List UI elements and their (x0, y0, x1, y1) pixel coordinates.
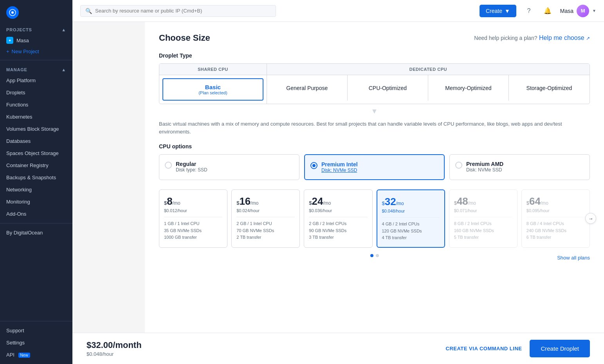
price-dollar-48: $ (454, 200, 457, 206)
sidebar-item-droplets[interactable]: Droplets (0, 86, 72, 99)
user-area[interactable]: Masa M ▼ (560, 5, 596, 17)
collapse-manage-icon[interactable]: ▲ (61, 67, 66, 72)
notifications-icon-button[interactable]: 🔔 (541, 5, 554, 17)
spec-64-1: 240 GB NVMe SSDs (526, 227, 585, 234)
price-per-mo-24: /mo (323, 200, 331, 206)
price-per-mo-48: /mo (468, 200, 476, 206)
spec-8-1: 35 GB NVMe SSDs (164, 227, 222, 234)
dropdown-icon: ▼ (505, 8, 510, 14)
sidebar: PROJECTS ▲ ✦ Masa + New Project MANAGE ▲… (0, 0, 72, 364)
sidebar-item-backups[interactable]: Backups & Snapshots (0, 171, 72, 184)
cpu-option-premium-amd[interactable]: Premium AMD Disk: NVMe SSD (449, 154, 590, 180)
caret-divider: ▼ (159, 107, 590, 115)
basic-tab[interactable]: Basic (Plan selected) (159, 75, 267, 104)
tab-memory-optimized[interactable]: Memory-Optimized (428, 75, 509, 101)
sidebar-item-monitoring[interactable]: Monitoring (0, 196, 72, 208)
sidebar-item-support[interactable]: Support (0, 324, 72, 337)
pagination-dot-2[interactable] (376, 254, 379, 257)
basic-tab-label: Basic (168, 84, 258, 90)
pricing-card-32[interactable]: $ 32 /mo $0.048/hour 4 GB / 2 Intel CPUs… (377, 189, 445, 248)
spec-24-1: 90 GB NVMe SSDs (309, 227, 367, 234)
choose-size-header: Choose Size Need help picking a plan? He… (159, 33, 590, 43)
pricing-card-8[interactable]: $ 8 /mo $0.012/hour 1 GB / 1 Intel CPU 3… (159, 189, 227, 248)
cpu-radio-regular (165, 162, 172, 169)
cpu-options-grid: Regular Disk type: SSD Premium Intel Dis… (159, 154, 590, 180)
pagination-dot-1[interactable] (370, 254, 373, 257)
cpu-premium-amd-name: Premium AMD (466, 161, 503, 167)
price-hourly-64: $0.095/hour (526, 208, 585, 213)
spec-8-0: 1 GB / 1 Intel CPU (164, 220, 222, 227)
bottom-price-main: $32.00/month (87, 340, 142, 350)
topnav: 🔍 Create ▼ ? 🔔 Masa M ▼ (72, 0, 604, 22)
pricing-card-24[interactable]: $ 24 /mo $0.036/hour 2 GB / 2 Intel CPUs… (304, 189, 372, 248)
search-input[interactable] (95, 8, 271, 14)
sidebar-item-volumes[interactable]: Volumes Block Storage (0, 123, 72, 135)
price-hourly-48: $0.071/hour (454, 208, 512, 213)
show-all-plans-link[interactable]: Show all plans (557, 255, 590, 261)
help-text-area: Need help picking a plan? Help me choose… (474, 34, 590, 41)
price-dollar-16: $ (236, 200, 239, 206)
sidebar-project-masa[interactable]: ✦ Masa (0, 34, 72, 46)
pricing-card-64[interactable]: $ 64 /mo $0.095/hour 8 GB / 4 Intel CPUs… (521, 189, 590, 248)
droplet-type-label: Droplet Type (159, 52, 590, 59)
pricing-card-48[interactable]: $ 48 /mo $0.071/hour 8 GB / 2 Intel CPUs… (449, 189, 517, 248)
spec-32-0: 4 GB / 2 Intel CPUs (382, 221, 440, 228)
dedicated-cpu-label: DEDICATED CPU (267, 64, 590, 75)
shared-cpu-label: SHARED CPU (159, 64, 267, 75)
sidebar-item-app-platform[interactable]: App Platform (0, 74, 72, 86)
spec-48-2: 5 TB transfer (454, 234, 512, 241)
spec-24-0: 2 GB / 2 Intel CPUs (309, 220, 367, 227)
manage-section-header: MANAGE ▲ (0, 63, 72, 74)
external-link-icon: ↗ (586, 36, 590, 41)
sidebar-item-settings[interactable]: Settings (0, 337, 72, 349)
price-dollar-24: $ (309, 200, 312, 206)
tab-cpu-optimized[interactable]: CPU-Optimized (348, 75, 428, 101)
sidebar-item-add-ons[interactable]: Add-Ons (0, 208, 72, 220)
sidebar-item-databases[interactable]: Databases (0, 135, 72, 147)
pagination-dots (370, 254, 379, 257)
avatar: M (577, 5, 589, 17)
new-badge: New (18, 353, 30, 358)
search-icon: 🔍 (85, 8, 92, 14)
new-project-button[interactable]: + New Project (0, 46, 72, 57)
scroll-right-button[interactable]: → (585, 213, 596, 224)
sidebar-item-spaces[interactable]: Spaces Object Storage (0, 147, 72, 159)
sidebar-item-api[interactable]: API New (0, 349, 72, 361)
topnav-right: Create ▼ ? 🔔 Masa M ▼ (480, 5, 596, 17)
sidebar-item-container-registry[interactable]: Container Registry (0, 159, 72, 171)
search-box[interactable]: 🔍 (80, 5, 276, 17)
sidebar-item-functions[interactable]: Functions (0, 99, 72, 111)
bottom-price: $32.00/month $0.048/hour (87, 340, 142, 357)
cpu-radio-premium-amd (455, 162, 462, 169)
pricing-card-16[interactable]: $ 16 /mo $0.024/hour 2 GB / 1 Intel CPU … (231, 189, 300, 248)
spec-16-1: 70 GB NVMe SSDs (236, 227, 295, 234)
cpu-premium-intel-disk: Disk: NVMe SSD (321, 168, 358, 173)
create-button[interactable]: Create ▼ (480, 5, 516, 17)
help-icon-button[interactable]: ? (523, 5, 535, 17)
cpu-option-premium-intel[interactable]: Premium Intel Disk: NVMe SSD (304, 154, 445, 180)
spec-24-2: 3 TB transfer (309, 234, 367, 241)
spec-8-2: 1000 GB transfer (164, 234, 222, 241)
basic-plan-selected: (Plan selected) (168, 90, 258, 95)
create-droplet-button[interactable]: Create Droplet (530, 340, 590, 357)
main-content: Choose Size Need help picking a plan? He… (145, 22, 604, 364)
price-per-mo-8: /mo (173, 200, 180, 206)
sidebar-bottom: Support Settings API New (0, 321, 72, 364)
sidebar-item-networking[interactable]: Networking (0, 184, 72, 196)
tab-storage-optimized[interactable]: Storage-Optimized (509, 75, 590, 101)
sidebar-item-kubernetes[interactable]: Kubernetes (0, 111, 72, 123)
cpu-option-regular[interactable]: Regular Disk type: SSD (159, 154, 299, 180)
sidebar-item-by-digitalocean[interactable]: By DigitalOcean (0, 227, 72, 239)
collapse-icon[interactable]: ▲ (61, 27, 66, 32)
price-number-48: 48 (457, 195, 468, 207)
spec-16-0: 2 GB / 1 Intel CPU (236, 220, 295, 227)
user-dropdown-icon: ▼ (592, 9, 596, 13)
price-per-mo-32: /mo (396, 201, 404, 206)
tab-general-purpose[interactable]: General Purpose (267, 75, 348, 101)
create-via-command-line-button[interactable]: CREATE VIA COMMAND LINE (446, 346, 522, 351)
help-me-choose-link[interactable]: Help me choose (539, 34, 584, 41)
price-number-32: 32 (385, 196, 396, 208)
price-dollar-32: $ (382, 200, 385, 206)
price-per-mo-64: /mo (541, 200, 548, 206)
logo-icon[interactable] (6, 6, 19, 19)
